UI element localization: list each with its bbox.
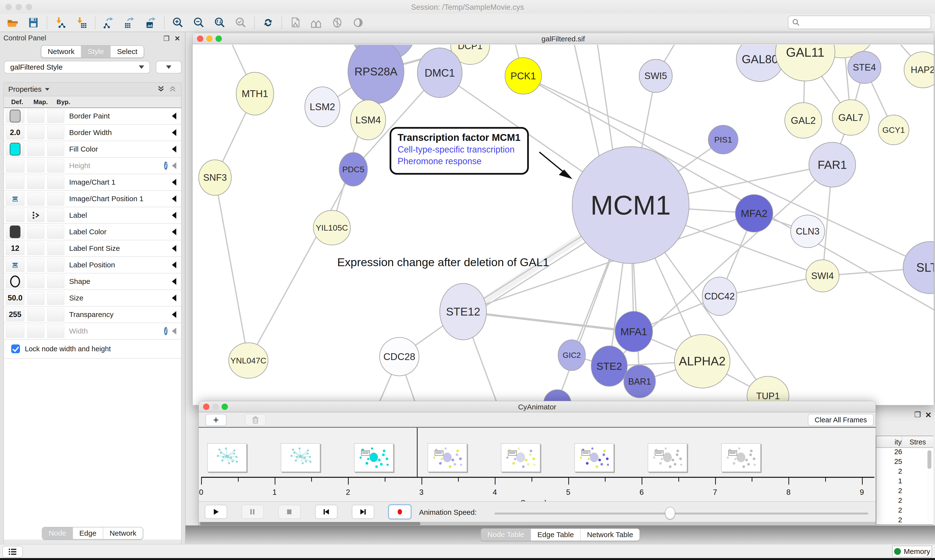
node-bar1[interactable]: BAR1 <box>624 365 656 398</box>
property-row-label[interactable]: Label <box>4 207 181 224</box>
node-hap2[interactable]: HAP2 <box>904 52 934 88</box>
style-target-tab-edge[interactable]: Edge <box>73 528 103 539</box>
expand-row-icon[interactable] <box>172 262 176 268</box>
record-button[interactable] <box>389 505 411 519</box>
expand-row-icon[interactable] <box>172 129 176 136</box>
property-row-fill-color[interactable]: Fill Color <box>4 141 181 158</box>
table-row[interactable]: 2 <box>876 506 933 516</box>
frame-thumbnail-2[interactable] <box>281 443 320 472</box>
frame-thumbnail-7[interactable] <box>648 443 687 472</box>
expand-row-icon[interactable] <box>172 162 176 169</box>
node-ste2[interactable]: STE2 <box>591 346 627 386</box>
node-swi5[interactable]: SWI5 <box>639 59 672 92</box>
bypass-cell[interactable] <box>47 126 64 139</box>
network-window-titlebar[interactable]: galFiltered.sif <box>193 33 934 44</box>
node-gcy1[interactable]: GCY1 <box>878 115 909 145</box>
export-network-button[interactable] <box>102 15 116 30</box>
bypass-cell[interactable] <box>47 142 64 156</box>
open-session-button[interactable] <box>5 15 20 30</box>
node-gal2[interactable]: GAL2 <box>785 103 822 138</box>
bypass-cell[interactable] <box>47 208 64 222</box>
expand-row-icon[interactable] <box>172 112 176 120</box>
property-row-label-color[interactable]: Label Color <box>4 224 181 240</box>
property-row-image-chart-position-1[interactable]: Image/Chart Position 1 <box>4 191 181 207</box>
node-ste4[interactable]: STE4 <box>848 51 881 83</box>
default-value-cell[interactable]: 12 <box>6 242 24 255</box>
mapping-cell[interactable] <box>27 175 44 189</box>
float-panel-icon[interactable]: ❐ <box>164 35 170 43</box>
default-value-cell[interactable]: 2.0 <box>6 126 24 139</box>
expand-row-icon[interactable] <box>172 245 176 252</box>
frame-thumbnail-4[interactable] <box>427 443 467 472</box>
column-degree[interactable]: ity <box>876 436 902 448</box>
style-target-tab-network[interactable]: Network <box>103 528 143 539</box>
bypass-cell[interactable] <box>47 291 64 305</box>
table-row[interactable]: 26 <box>876 448 933 458</box>
mapping-cell[interactable] <box>27 291 44 305</box>
default-value-cell[interactable] <box>6 258 24 272</box>
node-mcm1[interactable]: MCM1 <box>572 147 689 263</box>
default-value-cell[interactable] <box>6 275 24 288</box>
bypass-cell[interactable] <box>47 324 64 338</box>
lock-dimensions-row[interactable]: Lock node width and height <box>4 340 181 358</box>
info-icon[interactable]: i <box>164 327 168 335</box>
cyanimator-titlebar[interactable]: CyAnimator <box>199 401 876 412</box>
default-value-cell[interactable]: 255 <box>6 308 24 322</box>
export-table-button[interactable] <box>123 15 137 30</box>
table-row[interactable]: 2 <box>876 516 933 526</box>
node-snf3[interactable]: SNF3 <box>199 160 231 195</box>
table-tab-node-table[interactable]: Node Table <box>481 529 531 540</box>
node-mfa2[interactable]: MFA2 <box>735 195 773 232</box>
node-ynl047c[interactable]: YNL047C <box>228 343 268 378</box>
refresh-button[interactable] <box>261 15 275 30</box>
expand-row-icon[interactable] <box>172 311 176 318</box>
bypass-cell[interactable] <box>47 242 64 255</box>
timeline-cursor[interactable] <box>417 428 418 477</box>
bypass-cell[interactable] <box>47 192 64 206</box>
property-row-shape[interactable]: Shape <box>4 274 181 290</box>
clear-all-frames-button[interactable]: Clear All Frames <box>808 414 874 426</box>
column-stress[interactable]: Stres <box>902 436 933 448</box>
expand-row-icon[interactable] <box>172 278 176 285</box>
table-tab-edge-table[interactable]: Edge Table <box>531 529 580 540</box>
node-cln3[interactable]: CLN3 <box>791 215 825 248</box>
expand-row-icon[interactable] <box>172 212 176 219</box>
zoom-fit-button[interactable] <box>213 15 227 30</box>
frame-thumbnail-5[interactable] <box>501 443 540 472</box>
table-row[interactable]: 25 <box>876 458 933 467</box>
property-row-transparency[interactable]: 255Transparency <box>4 306 181 323</box>
property-row-label-font-size[interactable]: 12Label Font Size <box>4 240 181 257</box>
default-value-cell[interactable] <box>6 142 24 156</box>
default-value-cell[interactable] <box>6 109 24 123</box>
skip-start-button[interactable] <box>315 505 338 519</box>
table-row[interactable]: 2 <box>876 497 933 506</box>
node-far1[interactable]: FAR1 <box>809 142 856 187</box>
node-rps28a[interactable]: RPS28A <box>348 45 404 104</box>
play-button[interactable] <box>205 505 227 519</box>
mapping-cell[interactable] <box>27 242 44 255</box>
node-mth1[interactable]: MTH1 <box>236 72 274 115</box>
annotation-link-1[interactable]: Cell-type-specific transcription <box>398 145 527 155</box>
float-panel-icon[interactable]: ❐ <box>914 411 921 419</box>
animation-speed-slider[interactable] <box>495 512 868 514</box>
panel-selector-button[interactable] <box>2 546 23 558</box>
zoom-out-button[interactable] <box>192 15 206 30</box>
add-frame-button[interactable]: + <box>205 414 227 426</box>
mapping-cell[interactable] <box>27 275 44 288</box>
expand-row-icon[interactable] <box>172 295 176 302</box>
property-row-border-paint[interactable]: Border Paint <box>4 108 181 125</box>
mapping-cell[interactable] <box>27 225 44 238</box>
node-cdc42[interactable]: CDC42 <box>702 277 737 315</box>
node-swi4[interactable]: SWI4 <box>806 260 839 292</box>
copy-network-button[interactable] <box>288 15 302 30</box>
frame-thumbnail-3[interactable] <box>354 443 393 472</box>
property-row-height[interactable]: Heighti <box>4 158 181 174</box>
node-pdc5[interactable]: PDC5 <box>339 152 367 186</box>
property-row-width[interactable]: Widthi <box>4 323 181 340</box>
hide-selected-button[interactable] <box>330 15 344 30</box>
export-image-button[interactable] <box>143 15 158 30</box>
default-value-cell[interactable] <box>6 175 24 189</box>
default-value-cell[interactable]: 50.0 <box>6 291 24 305</box>
tab-style[interactable]: Style <box>81 46 110 57</box>
node-pck1[interactable]: PCK1 <box>505 58 542 94</box>
